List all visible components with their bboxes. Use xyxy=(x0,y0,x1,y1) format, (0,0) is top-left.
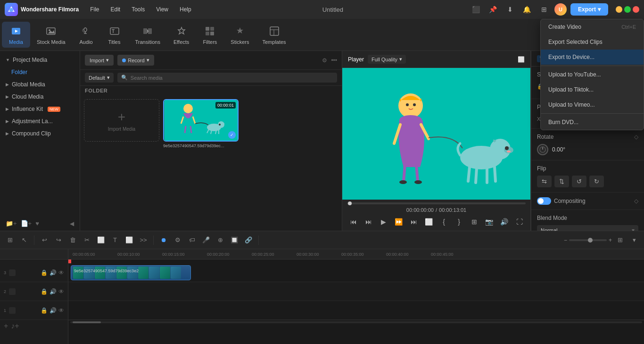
skip-forward-button[interactable]: ⏭ xyxy=(408,216,420,228)
timeline-view-more-icon[interactable]: ▾ xyxy=(628,234,640,246)
menu-help[interactable]: Help xyxy=(175,4,196,15)
timeline-link-icon[interactable]: 🔗 xyxy=(242,234,255,246)
toolbar-effects[interactable]: Effects xyxy=(167,22,196,48)
dropdown-export-selected[interactable]: Export Selected Clips xyxy=(541,34,644,50)
toolbar-filters[interactable]: Filters xyxy=(196,22,224,48)
quality-select[interactable]: Full Quality ▾ xyxy=(368,55,406,64)
sidebar-item-cloud-media[interactable]: ▶ Cloud Media xyxy=(0,91,80,103)
sidebar-item-influence-kit[interactable]: ▶ Influence Kit NEW xyxy=(0,103,80,115)
flip-rotate-left-button[interactable]: ↺ xyxy=(572,176,586,187)
toolbar-titles[interactable]: T Titles xyxy=(100,22,129,48)
timeline-more-icon[interactable]: >> xyxy=(137,234,149,246)
dropdown-burn-dvd[interactable]: Burn DVD... xyxy=(541,115,644,130)
volume-button[interactable]: 🔊 xyxy=(498,216,511,228)
menu-edit[interactable]: Edit xyxy=(106,4,125,15)
timeline-snap-icon[interactable]: 🔲 xyxy=(228,234,240,246)
scrollbar-thumb[interactable] xyxy=(73,321,101,323)
timeline-select-icon[interactable]: ↖ xyxy=(18,234,30,246)
add-track-icon[interactable]: + xyxy=(4,322,8,330)
zoom-thumb[interactable] xyxy=(588,238,593,243)
dropdown-vimeo[interactable]: Upload to Vimeo... xyxy=(541,97,644,112)
maximize-button[interactable]: □ xyxy=(624,6,631,13)
notification-icon[interactable]: 🔔 xyxy=(520,3,534,16)
sidebar-item-compound-clip[interactable]: ▶ Compound Clip xyxy=(0,127,80,140)
progress-bar[interactable] xyxy=(347,202,526,204)
bookmark-icon[interactable]: 📌 xyxy=(487,3,500,16)
video3-lock-icon[interactable]: 🔒 xyxy=(41,269,48,276)
track-row-video2[interactable] xyxy=(68,282,644,301)
flip-rotate-right-button[interactable]: ↻ xyxy=(589,176,604,187)
dropdown-tiktok[interactable]: Upload to Tiktok... xyxy=(541,82,644,97)
toolbar-media[interactable]: Media xyxy=(2,22,30,48)
video2-mute-icon[interactable]: 🔊 xyxy=(50,288,57,295)
collapse-panel-icon[interactable]: ◀ xyxy=(70,220,74,227)
compositing-toggle[interactable] xyxy=(537,197,551,205)
zoom-in-icon[interactable]: + xyxy=(609,237,612,243)
blend-mode-select[interactable]: Normal Dissolve Multiply Screen Overlay xyxy=(537,225,638,231)
video1-eye-icon[interactable]: 👁 xyxy=(58,307,64,314)
frame-back-button[interactable]: ⏭ xyxy=(363,216,375,228)
timeline-mic-icon[interactable]: 🎤 xyxy=(200,234,212,246)
crop-button[interactable]: ⬜ xyxy=(423,216,435,228)
track-row-video3[interactable]: 9e5e32574905​47.59d79d39ec3e2 xyxy=(68,263,644,282)
video2-lock-icon[interactable]: 🔒 xyxy=(41,288,48,295)
frame-forward-button[interactable]: ⏩ xyxy=(393,216,405,228)
timeline-grid-view-icon[interactable]: ⊞ xyxy=(614,234,626,246)
download-icon[interactable]: ⬇ xyxy=(504,3,517,16)
expand-icon[interactable]: ⬜ xyxy=(518,56,525,63)
default-select[interactable]: Default ▾ xyxy=(85,73,114,83)
play-button[interactable]: ▶ xyxy=(378,216,390,228)
menu-view[interactable]: View xyxy=(151,4,173,15)
mark-in-button[interactable]: { xyxy=(438,216,450,228)
timeline-badge-icon[interactable]: 🏷 xyxy=(186,234,198,246)
video1-lock-icon[interactable]: 🔒 xyxy=(41,307,48,314)
filter-icon[interactable]: ⚙ xyxy=(322,57,327,64)
timeline-record-icon[interactable]: ⏺ xyxy=(157,234,170,246)
toolbar-stickers[interactable]: Stickers xyxy=(224,22,256,48)
sidebar-item-global-media[interactable]: ▶ Global Media xyxy=(0,78,80,91)
timeline-grid-icon[interactable]: ⊞ xyxy=(4,234,16,246)
record-button[interactable]: Record ▾ xyxy=(117,55,154,66)
video1-mute-icon[interactable]: 🔊 xyxy=(50,307,57,314)
mark-out-button[interactable]: } xyxy=(453,216,465,228)
add-folder-icon[interactable]: 📁+ xyxy=(6,220,17,227)
timeline-delete-icon[interactable]: 🗑 xyxy=(66,234,79,246)
video3-clip[interactable]: 9e5e32574905​47.59d79d39ec3e2 xyxy=(71,265,191,280)
menu-file[interactable]: File xyxy=(85,4,104,15)
timeline-undo-icon[interactable]: ↩ xyxy=(38,234,50,246)
more-options-icon[interactable]: ••• xyxy=(331,57,337,64)
skip-back-button[interactable]: ⏮ xyxy=(347,216,360,228)
favorite-icon[interactable]: ♥ xyxy=(35,220,39,227)
timeline-settings-icon[interactable]: ⚙ xyxy=(172,234,184,246)
toolbar-templates[interactable]: Templates xyxy=(256,22,292,48)
add-audio-track-icon[interactable]: ♪+ xyxy=(11,322,19,330)
track-row-video1[interactable] xyxy=(68,301,644,320)
fullscreen-icon[interactable]: ⬛ xyxy=(470,3,483,16)
dropdown-youtube[interactable]: Upload to YouTube... xyxy=(541,67,644,82)
dropdown-create-video[interactable]: Create Video Ctrl+E xyxy=(541,19,644,34)
layout-icon[interactable]: ⊞ xyxy=(537,3,551,16)
flip-horizontal-button[interactable]: ⇆ xyxy=(537,176,552,187)
import-media-tile[interactable]: + Import Media xyxy=(84,99,159,142)
toolbar-stock-media[interactable]: Stock Media xyxy=(30,22,72,48)
timeline-text-icon[interactable]: T xyxy=(109,234,121,246)
video2-eye-icon[interactable]: 👁 xyxy=(58,288,64,295)
toolbar-transitions[interactable]: Transitions xyxy=(129,22,167,48)
dropdown-export-device[interactable]: Export to Device... xyxy=(541,50,644,65)
sidebar-item-project-media[interactable]: ▼ Project Media xyxy=(0,54,80,66)
user-avatar[interactable]: U xyxy=(554,3,567,16)
screenshot-button[interactable]: 📷 xyxy=(483,216,495,228)
fullscreen-preview-button[interactable]: ⛶ xyxy=(513,216,526,228)
timeline-crop-icon[interactable]: ⬜ xyxy=(95,234,107,246)
flip-vertical-button[interactable]: ⇅ xyxy=(554,176,569,187)
export-button[interactable]: Export ▾ xyxy=(570,3,608,16)
timeline-tracks[interactable]: 00:00:05:00 00:00:10:00 00:00:15:00 00:0… xyxy=(68,249,644,344)
timeline-cut-icon[interactable]: ✂ xyxy=(81,234,93,246)
video3-eye-icon[interactable]: 👁 xyxy=(58,269,64,276)
media-thumbnail[interactable]: 00:00:01 ✓ xyxy=(163,99,239,142)
import-button[interactable]: Import ▾ xyxy=(85,55,114,66)
rotate-reset-icon[interactable]: ◇ xyxy=(634,134,638,140)
rotate-wheel[interactable] xyxy=(537,144,548,155)
timeline-shape-icon[interactable]: ⬜ xyxy=(123,234,135,246)
timeline-redo-icon[interactable]: ↪ xyxy=(52,234,65,246)
